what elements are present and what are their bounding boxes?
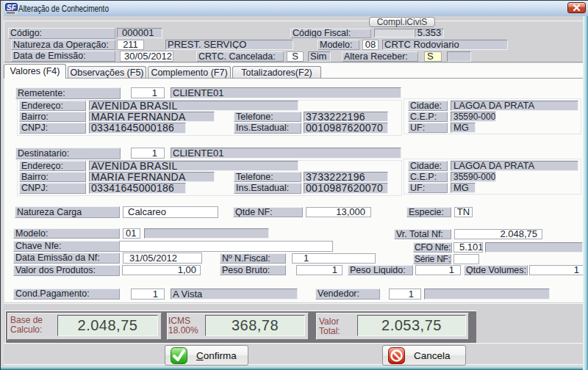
svg-text:SF: SF [7, 4, 17, 12]
